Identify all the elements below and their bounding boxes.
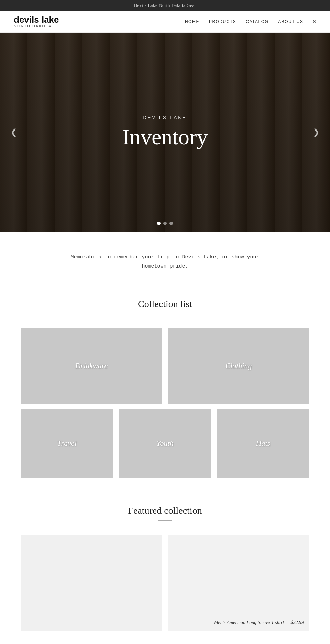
featured-section: Featured collection Men's American Long … [0,498,330,644]
hero-next-arrow[interactable]: ❯ [309,124,323,140]
collection-label-hats: Hats [256,439,271,448]
nav-about[interactable]: ABOUT US [278,19,303,24]
featured-card-2[interactable]: Men's American Long Sleeve T-shirt — $22… [168,535,309,631]
logo[interactable]: devils lake North Dakota [14,15,59,28]
featured-grid: Men's American Long Sleeve T-shirt — $22… [21,535,309,631]
collection-card-clothing[interactable]: Clothing [168,328,309,404]
nav-search[interactable]: S [313,19,316,24]
collection-card-hats[interactable]: Hats [217,409,309,478]
hero-title: Inventory [122,124,208,150]
collection-grid-bottom: Travel Youth Hats [21,409,309,478]
hero-dots [157,222,173,225]
hero-dot-1[interactable] [157,222,161,225]
logo-name: devils lake [14,15,59,24]
description-paragraph: Memorabila to remember your trip to Devi… [69,252,261,271]
collection-grid-top: Drinkware Clothing [21,328,309,404]
nav-catalog[interactable]: CATALOG [246,19,268,24]
collection-label-drinkware: Drinkware [75,361,108,370]
collection-label-clothing: Clothing [225,361,252,370]
featured-card-1[interactable] [21,535,162,631]
featured-heading: Featured collection [21,505,309,516]
collection-card-travel[interactable]: Travel [21,409,113,478]
nav-products[interactable]: PRODUCTS [209,19,236,24]
hero-section: DEVILS LAKE Inventory ❮ ❯ [0,33,330,232]
hero-eyebrow: DEVILS LAKE [122,115,208,120]
collection-divider [158,314,172,314]
collection-card-drinkware[interactable]: Drinkware [21,328,162,404]
collection-card-youth[interactable]: Youth [119,409,211,478]
featured-card-2-title: Men's American Long Sleeve T-shirt — $22… [173,620,304,625]
hero-content: DEVILS LAKE Inventory [122,115,208,150]
hero-prev-arrow[interactable]: ❮ [7,124,21,140]
nav-home[interactable]: HOME [185,19,199,24]
header: devils lake North Dakota HOME PRODUCTS C… [0,11,330,33]
logo-sub: North Dakota [14,24,52,28]
description-text: Memorabila to remember your trip to Devi… [0,232,330,292]
collection-section: Collection list Drinkware Clothing Trave… [0,292,330,498]
featured-divider [158,520,172,521]
collection-label-travel: Travel [57,439,77,448]
top-bar-text: Devils Lake North Dakota Gear [134,3,196,8]
collection-label-youth: Youth [156,439,173,448]
top-bar: Devils Lake North Dakota Gear [0,0,330,11]
nav: HOME PRODUCTS CATALOG ABOUT US S [185,19,316,24]
collection-heading: Collection list [21,298,309,309]
hero-dot-3[interactable] [169,222,173,225]
hero-dot-2[interactable] [163,222,167,225]
